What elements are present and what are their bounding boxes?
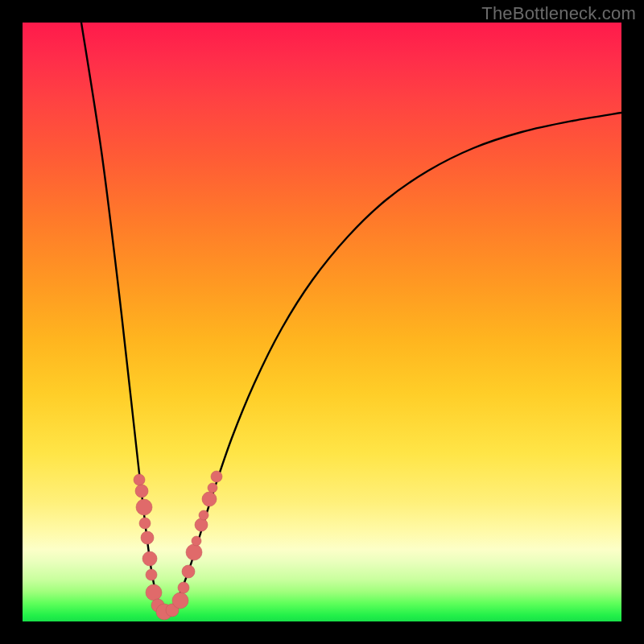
bead-marker	[135, 485, 148, 497]
bead-marker	[136, 499, 152, 515]
bead-marker	[186, 544, 202, 560]
bead-marker	[208, 483, 217, 493]
watermark-text: TheBottleneck.com	[481, 3, 636, 24]
bead-marker	[178, 582, 189, 593]
bead-marker	[172, 592, 188, 609]
curve-overlay	[23, 23, 621, 621]
bead-marker	[211, 471, 222, 482]
image-frame: TheBottleneck.com	[0, 0, 644, 644]
bottleneck-curve-path	[81, 23, 621, 612]
bead-cluster	[134, 471, 222, 620]
bead-marker	[192, 536, 201, 546]
bead-marker	[142, 551, 157, 566]
bead-marker	[202, 492, 217, 506]
bead-marker	[182, 565, 195, 578]
bead-marker	[139, 518, 151, 529]
plot-area	[23, 23, 621, 621]
bead-marker	[146, 569, 157, 580]
bead-marker	[134, 474, 145, 485]
bead-marker	[195, 518, 208, 531]
bead-marker	[146, 584, 162, 601]
bead-marker	[141, 531, 154, 544]
bead-marker	[199, 510, 208, 520]
